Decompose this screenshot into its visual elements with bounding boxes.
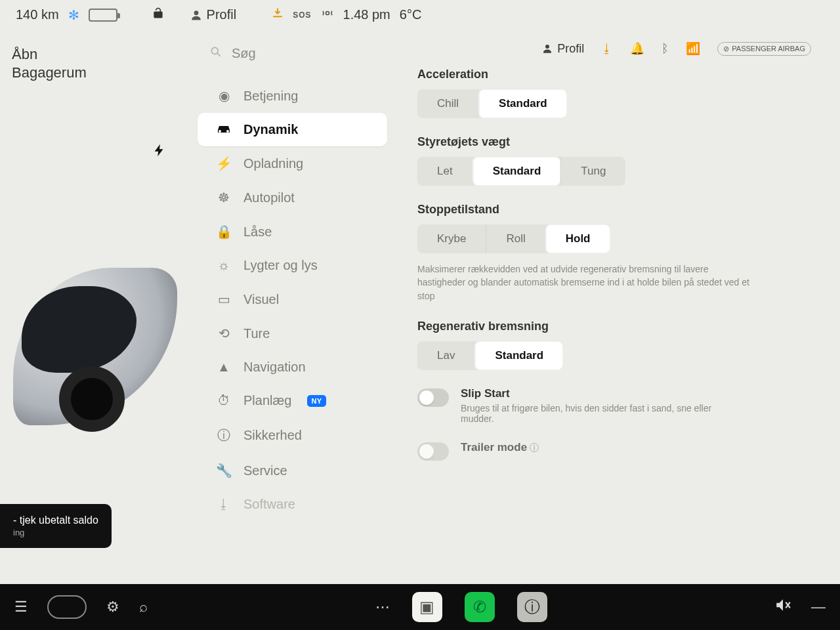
sidebar-item-ture[interactable]: ⟲ Ture [198, 316, 387, 350]
section-slip-start: Slip Start Bruges til at frigøre bilen, … [417, 387, 811, 424]
car-dock-icon[interactable]: ☰ [14, 598, 28, 616]
section-regen: Regenerativ bremsning Lav Standard [417, 320, 811, 370]
sidebar-label: Låse [243, 224, 272, 240]
clock-value: 1.48 pm [343, 7, 390, 22]
profile-label: Profil [207, 7, 237, 22]
section-trailer: Trailer modei [417, 441, 811, 459]
steering-segmented: Let Standard Tung [417, 157, 625, 186]
acceleration-segmented: Chill Standard [417, 89, 567, 118]
download-icon[interactable]: ⭳ [601, 42, 613, 56]
svg-point-2 [211, 47, 218, 54]
sentry-icon[interactable] [321, 7, 334, 23]
search-icon [209, 45, 222, 62]
status-bar: 140 km ✻ Profil SOS 1.48 pm 6°C [0, 0, 840, 30]
more-icon[interactable]: ⋯ [375, 598, 390, 616]
sidebar-label: Software [243, 497, 295, 512]
sidebar-label: Lygter og lys [243, 258, 318, 273]
notice-sub: ing [13, 527, 98, 539]
car-illustration [13, 268, 177, 425]
temp-value: 6°C [400, 7, 422, 22]
profile-button[interactable]: Profil [541, 42, 584, 56]
mute-icon[interactable] [774, 597, 791, 618]
sidebar-item-service[interactable]: 🔧 Service [198, 453, 387, 488]
steer-let[interactable]: Let [417, 157, 472, 186]
notice-title: - tjek ubetalt saldo [13, 513, 98, 528]
toggle-icon: ◉ [216, 88, 232, 104]
slip-desc: Bruges til at frigøre bilen, hvis den si… [461, 403, 736, 424]
sidebar-label: Dynamik [243, 122, 298, 137]
download-warning-icon[interactable] [272, 7, 284, 22]
trailer-mode-toggle[interactable] [417, 442, 449, 461]
sidebar-item-sikkerhed[interactable]: ⓘ Sikkerhed [198, 417, 387, 453]
stop-hold[interactable]: Hold [545, 224, 610, 253]
section-stopping: Stoppetilstand Krybe Roll Hold Maksimere… [417, 203, 811, 303]
sliders-icon[interactable]: ⚙ [106, 598, 119, 616]
regen-standard[interactable]: Standard [474, 341, 563, 370]
section-title: Regenerativ bremsning [417, 320, 811, 333]
sidebar-item-visuel[interactable]: ▭ Visuel [198, 282, 387, 316]
app-tile-3[interactable]: ⓘ [517, 592, 547, 622]
battery-icon [89, 9, 117, 22]
route-icon: ⟲ [216, 326, 232, 341]
section-title: Styretøjets vægt [417, 135, 811, 149]
bell-icon[interactable]: 🔔 [630, 41, 644, 56]
volume-dash-icon[interactable]: — [811, 598, 826, 616]
lock-icon: 🔒 [216, 224, 232, 240]
open-trunk-button[interactable]: Åbn Bagagerum [12, 45, 178, 81]
section-title: Stoppetilstand [417, 203, 811, 217]
shield-icon: ⓘ [216, 427, 232, 444]
settings-content: Profil ⭳ 🔔 ᛒ 📶 ⊘PASSENGER AIRBAG Acceler… [394, 30, 840, 627]
stop-krybe[interactable]: Krybe [417, 224, 486, 253]
lock-icon[interactable] [152, 7, 165, 23]
section-steering: Styretøjets vægt Let Standard Tung [417, 135, 811, 186]
svg-point-3 [545, 45, 549, 49]
light-icon: ☼ [216, 258, 232, 273]
bluetooth-icon[interactable]: ᛒ [662, 42, 669, 56]
clock-icon: ⏱ [216, 393, 232, 408]
trailer-title: Trailer modei [461, 441, 539, 454]
sidebar-item-navigation[interactable]: ▲ Navigation [198, 350, 387, 384]
sos-label[interactable]: SOS [293, 10, 311, 20]
settings-sidebar: Søg ◉ Betjening Dynamik ⚡ Opladning ☸ Au… [190, 30, 394, 627]
open-trunk-line2: Bagagerum [12, 64, 178, 82]
sidebar-item-autopilot[interactable]: ☸ Autopilot [198, 180, 387, 215]
sidebar-item-software[interactable]: ⭳ Software [198, 488, 387, 521]
sidebar-item-lygter[interactable]: ☼ Lygter og lys [198, 249, 387, 282]
sidebar-label: Ture [243, 326, 270, 341]
sidebar-item-planlaeg[interactable]: ⏱ Planlæg NY [198, 384, 387, 417]
signal-icon[interactable]: 📶 [686, 41, 700, 56]
bolt-icon: ⚡ [216, 156, 232, 171]
app-tile-phone[interactable]: ✆ [465, 592, 495, 622]
accel-standard[interactable]: Standard [478, 89, 567, 118]
search-field[interactable]: Søg [191, 35, 394, 79]
sidebar-label: Autopilot [243, 190, 295, 205]
tesla-settings-screen: 140 km ✻ Profil SOS 1.48 pm 6°C Åbn Baga… [0, 0, 840, 630]
defrost-front-icon[interactable] [47, 595, 87, 619]
airbag-indicator: ⊘PASSENGER AIRBAG [717, 42, 811, 56]
search-dock-icon[interactable]: ⌕ [139, 598, 148, 616]
steer-tung[interactable]: Tung [560, 157, 625, 186]
sidebar-item-laase[interactable]: 🔒 Låse [198, 215, 387, 249]
steer-standard[interactable]: Standard [472, 157, 561, 186]
section-acceleration: Acceleration Chill Standard [417, 68, 811, 118]
stop-roll[interactable]: Roll [486, 224, 545, 253]
profile-button-top[interactable]: Profil [190, 7, 237, 22]
slip-start-toggle[interactable] [417, 388, 449, 407]
sidebar-label: Navigation [243, 360, 306, 375]
app-tile-1[interactable]: ▣ [412, 592, 442, 622]
sidebar-item-opladning[interactable]: ⚡ Opladning [198, 146, 387, 180]
accel-chill[interactable]: Chill [417, 89, 478, 118]
slip-title: Slip Start [461, 387, 736, 400]
regen-lav[interactable]: Lav [417, 341, 474, 370]
sidebar-item-dynamik[interactable]: Dynamik [198, 113, 387, 146]
sidebar-label: Sikkerhed [243, 428, 302, 443]
info-icon[interactable]: i [530, 443, 539, 452]
range-value: 140 km [16, 7, 59, 22]
sidebar-item-betjening[interactable]: ◉ Betjening [198, 79, 387, 113]
car-panel: Åbn Bagagerum - tjek ubetalt saldo ing [0, 30, 190, 627]
unpaid-balance-notice[interactable]: - tjek ubetalt saldo ing [0, 504, 112, 548]
sidebar-label: Betjening [243, 89, 298, 104]
search-placeholder: Søg [232, 46, 256, 61]
sidebar-label: Service [243, 463, 287, 478]
download-icon: ⭳ [216, 497, 232, 512]
